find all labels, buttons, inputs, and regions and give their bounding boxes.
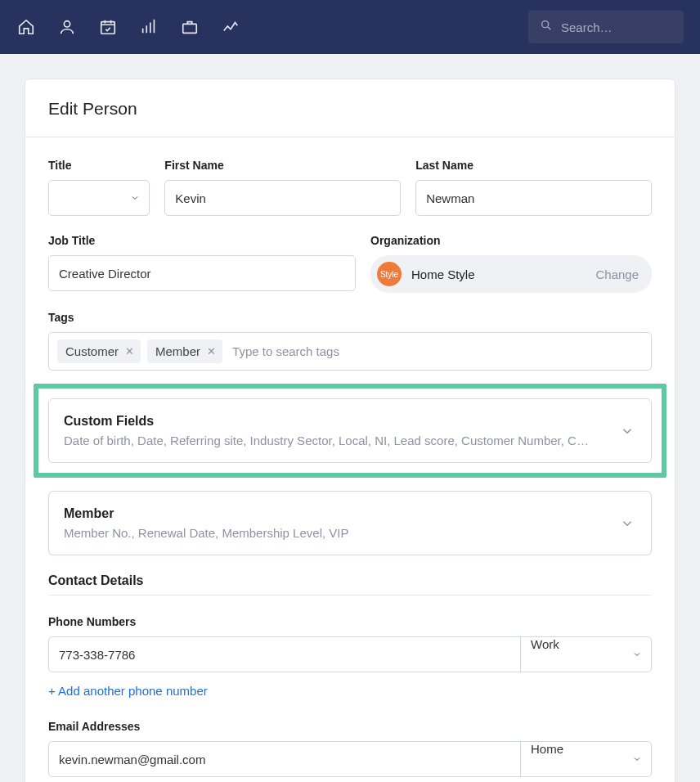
edit-person-card: Edit Person Title First Name La <box>25 79 675 782</box>
svg-rect-2 <box>183 24 197 33</box>
phone-input[interactable] <box>49 637 520 672</box>
email-type-select[interactable]: Home <box>521 741 652 777</box>
contact-details-heading: Contact Details <box>48 573 652 588</box>
page-title: Edit Person <box>48 99 652 119</box>
custom-fields-highlight: Custom Fields Date of birth, Date, Refer… <box>34 384 666 478</box>
bars-icon[interactable] <box>139 17 159 37</box>
home-icon[interactable] <box>16 17 36 37</box>
search-input[interactable] <box>561 20 672 34</box>
person-icon[interactable] <box>57 17 77 37</box>
job-title-label: Job Title <box>48 234 356 247</box>
svg-rect-1 <box>101 22 115 34</box>
member-subtitle: Member No., Renewal Date, Membership Lev… <box>64 526 605 540</box>
divider <box>48 595 652 595</box>
email-row: Home <box>48 741 652 777</box>
tags-label: Tags <box>48 311 652 324</box>
first-name-input[interactable] <box>165 181 400 215</box>
tags-input[interactable] <box>229 339 643 363</box>
svg-point-0 <box>64 21 70 27</box>
add-phone-link[interactable]: + Add another phone number <box>48 684 208 698</box>
tag-label: Customer <box>65 344 119 358</box>
organization-pill: Style Home Style Change <box>370 255 652 293</box>
custom-fields-subtitle: Date of birth, Date, Referring site, Ind… <box>64 434 605 447</box>
chevron-down-icon <box>630 752 643 766</box>
phone-row: Work <box>48 636 652 672</box>
title-select[interactable] <box>48 180 150 216</box>
chevron-down-icon <box>630 647 643 662</box>
card-header: Edit Person <box>25 79 675 137</box>
tags-field: Tags Customer ✕ Member ✕ <box>48 311 652 371</box>
search-icon <box>540 19 553 35</box>
last-name-field: Last Name <box>415 159 652 216</box>
member-section[interactable]: Member Member No., Renewal Date, Members… <box>48 491 652 555</box>
tag-remove-icon[interactable]: ✕ <box>207 345 216 357</box>
svg-point-3 <box>542 21 549 28</box>
custom-fields-section[interactable]: Custom Fields Date of birth, Date, Refer… <box>48 398 652 463</box>
tags-box[interactable]: Customer ✕ Member ✕ <box>48 332 652 371</box>
job-title-input[interactable] <box>49 256 355 290</box>
job-title-field: Job Title <box>48 234 356 293</box>
search-box[interactable] <box>528 11 684 43</box>
organization-avatar: Style <box>377 262 402 286</box>
tag-chip: Customer ✕ <box>57 339 141 363</box>
last-name-label: Last Name <box>415 159 652 172</box>
title-field: Title <box>48 159 150 216</box>
chevron-down-icon <box>618 515 636 533</box>
chevron-down-icon <box>130 191 141 205</box>
last-name-input[interactable] <box>416 181 651 215</box>
tag-remove-icon[interactable]: ✕ <box>125 345 134 357</box>
email-label: Email Addresses <box>48 720 652 733</box>
calendar-check-icon[interactable] <box>98 17 118 37</box>
briefcase-icon[interactable] <box>180 17 200 37</box>
tag-label: Member <box>155 344 200 358</box>
chevron-down-icon <box>618 422 636 440</box>
organization-field: Organization Style Home Style Change <box>370 234 652 293</box>
member-title: Member <box>64 506 605 521</box>
title-label: Title <box>48 159 150 172</box>
organization-change-link[interactable]: Change <box>595 267 639 281</box>
organization-name: Home Style <box>411 267 475 281</box>
first-name-field: First Name <box>164 159 401 216</box>
first-name-label: First Name <box>164 159 401 172</box>
top-nav <box>0 0 700 54</box>
email-input[interactable] <box>49 742 520 776</box>
trend-icon[interactable] <box>221 17 240 37</box>
custom-fields-title: Custom Fields <box>64 414 605 429</box>
tag-chip: Member ✕ <box>147 339 222 363</box>
phone-label: Phone Numbers <box>48 615 652 628</box>
phone-type-select[interactable]: Work <box>521 636 652 672</box>
organization-label: Organization <box>370 234 652 247</box>
